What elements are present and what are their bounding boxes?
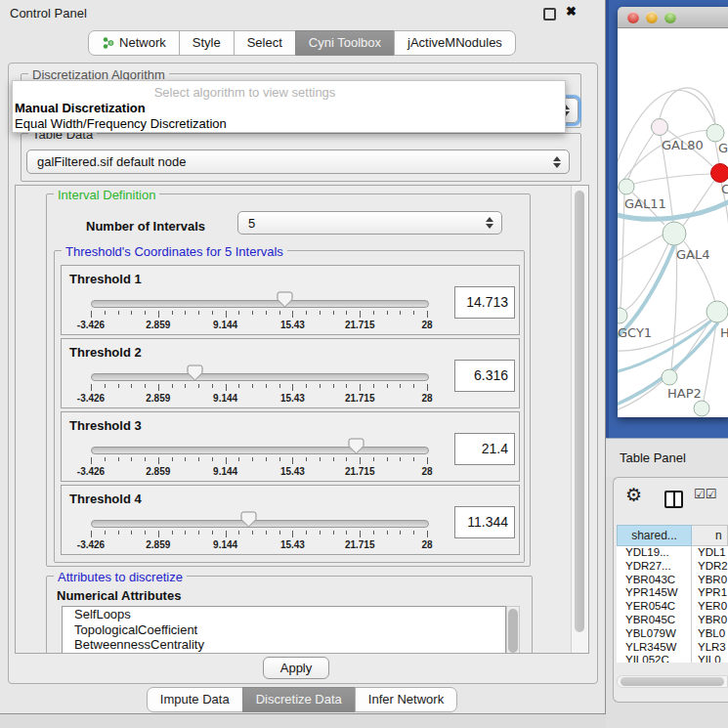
attribute-item-selfloops[interactable]: SelfLoops [63, 607, 505, 622]
tab-select[interactable]: Select [234, 30, 296, 56]
cell-name[interactable]: YLR3 [692, 641, 728, 655]
cell-name[interactable]: YIL0 [692, 654, 728, 663]
cell-shared-name[interactable]: YER054C [617, 600, 692, 614]
tab-cyni-toolbox[interactable]: Cyni Toolbox [295, 30, 395, 56]
tab-infer-network[interactable]: Infer Network [355, 687, 457, 712]
network-canvas[interactable]: GAL80GACGAL11GAL4GCY1HHAP2 [618, 28, 728, 417]
network-node-h[interactable] [707, 301, 728, 322]
number-of-intervals-combobox[interactable]: 5 [237, 211, 502, 235]
table-panel-titlebar: Table Panel [606, 438, 728, 477]
table-row[interactable]: YDR27...YDR2 [617, 560, 728, 574]
column-header-shared-name[interactable]: shared... [617, 525, 692, 546]
threshold-value-field[interactable]: 14.713 [454, 286, 515, 319]
scrollbar-thumb[interactable] [621, 677, 724, 686]
slider-tick [172, 311, 173, 315]
cell-name[interactable]: YBR0 [692, 574, 728, 587]
gear-icon[interactable]: ⚙ [625, 484, 642, 506]
cell-name[interactable]: YDR2 [692, 560, 728, 574]
checkbox-icons[interactable]: ☑☑ [694, 487, 716, 501]
numerical-attributes-list[interactable]: SelfLoopsTopologicalCoefficientBetweenne… [62, 606, 506, 654]
network-edge[interactable] [628, 132, 655, 179]
cell-shared-name[interactable]: YDL19... [617, 546, 692, 560]
threshold-slider-thumb[interactable] [277, 291, 293, 308]
cell-shared-name[interactable]: YDR27... [617, 560, 692, 574]
interval-definition-label: Interval Definition [54, 188, 159, 202]
table-horizontal-scrollbar[interactable] [617, 675, 728, 688]
slider-tick-label: 2.859 [146, 320, 170, 330]
dropdown-item-manual-discretization[interactable]: Manual Discretization [15, 101, 146, 115]
threshold-value-field[interactable]: 11.344 [454, 506, 515, 538]
columns-icon[interactable] [664, 491, 683, 508]
zoom-traffic-light-icon[interactable] [664, 12, 676, 23]
column-header-name[interactable]: n [692, 525, 728, 546]
slider-tick-label: 2.859 [146, 466, 170, 477]
cell-shared-name[interactable]: YIL052C [617, 654, 692, 663]
network-node-gal4[interactable] [663, 222, 686, 245]
float-window-icon[interactable] [543, 8, 556, 21]
apply-button[interactable]: Apply [263, 657, 329, 679]
cell-shared-name[interactable]: YLR345W [617, 641, 692, 655]
threshold-slider-thumb[interactable] [348, 438, 364, 454]
cell-name[interactable]: YBR0 [692, 614, 728, 627]
network-edge[interactable] [618, 381, 663, 411]
threshold-value-field[interactable]: 21.4 [454, 433, 515, 465]
top-tab-bar: NetworkStyleSelectCyni ToolboxjActiveMNo… [0, 30, 605, 56]
threshold-slider-track[interactable] [91, 447, 429, 454]
network-edge[interactable] [683, 181, 714, 226]
table-row[interactable]: YBR045CYBR0 [617, 614, 728, 627]
threshold-slider-track[interactable] [91, 300, 429, 308]
table-data-combobox[interactable]: galFiltered.sif default node [26, 150, 570, 174]
threshold-slider-thumb[interactable] [187, 364, 203, 381]
network-edge[interactable] [621, 194, 624, 308]
cell-name[interactable]: YER0 [692, 600, 728, 614]
network-node-gal80[interactable] [652, 119, 668, 136]
cell-shared-name[interactable]: YBR045C [617, 614, 692, 627]
cell-shared-name[interactable]: YPR145W [617, 586, 692, 600]
attribute-item-topologicalcoefficient[interactable]: TopologicalCoefficient [63, 622, 505, 638]
network-node-gal11[interactable] [619, 179, 634, 194]
scrollbar-thumb[interactable] [508, 609, 518, 653]
table-row[interactable]: YBR043CYBR0 [617, 574, 728, 587]
close-traffic-light-icon[interactable] [627, 12, 639, 23]
cell-name[interactable]: YDL1 [692, 546, 728, 560]
close-icon[interactable]: ✖ [566, 4, 577, 19]
network-edge[interactable] [634, 174, 711, 184]
settings-vertical-scrollbar[interactable] [571, 186, 588, 653]
table-row[interactable]: YER054CYER0 [617, 600, 728, 614]
network-edge[interactable] [618, 234, 664, 263]
tab-discretize-data[interactable]: Discretize Data [242, 687, 356, 712]
tab-style[interactable]: Style [179, 30, 235, 56]
network-node-hap2[interactable] [662, 369, 677, 385]
dropdown-item-equal-width-frequency[interactable]: Equal Width/Frequency Discretization [15, 116, 227, 131]
network-node-c[interactable] [711, 164, 728, 183]
threshold-value-field[interactable]: 6.316 [454, 360, 515, 392]
threshold-slider-track[interactable] [91, 520, 429, 528]
slider-tick [400, 384, 401, 388]
slider-tick [226, 457, 227, 464]
table-row[interactable]: YBL079WYBL0 [617, 627, 728, 641]
threshold-slider-track[interactable] [91, 373, 429, 381]
table-row[interactable]: YPR145WYPR1 [617, 586, 728, 600]
cell-name[interactable]: YBL0 [692, 627, 728, 641]
slider-tick [212, 311, 213, 315]
scrollbar-thumb[interactable] [575, 191, 584, 632]
network-node-ga[interactable] [707, 124, 724, 142]
tab-impute-data[interactable]: Impute Data [147, 687, 243, 712]
table-row[interactable]: YDL19...YDL1 [617, 546, 728, 560]
cell-shared-name[interactable]: YBR043C [617, 574, 692, 587]
attribute-item-betweennesscentrality[interactable]: BetweennessCentrality [63, 637, 505, 653]
cell-shared-name[interactable]: YBL079W [617, 627, 692, 641]
attributes-list-scrollbar[interactable] [506, 606, 520, 654]
table-row[interactable]: YLR345WYLR3 [617, 641, 728, 655]
threshold-label: Threshold 3 [69, 418, 142, 433]
network-edge[interactable] [671, 245, 677, 369]
table-row[interactable]: YIL052CYIL0 [617, 654, 728, 663]
threshold-slider-thumb[interactable] [240, 511, 257, 528]
tab-network[interactable]: Network [88, 30, 180, 56]
tab-jactivemnodules[interactable]: jActiveMNodules [394, 30, 516, 56]
minimize-traffic-light-icon[interactable] [646, 12, 658, 23]
network-window-titlebar[interactable] [618, 7, 728, 28]
cell-name[interactable]: YPR1 [692, 586, 728, 600]
network-edge[interactable] [660, 88, 715, 123]
network-node[interactable] [694, 401, 709, 416]
